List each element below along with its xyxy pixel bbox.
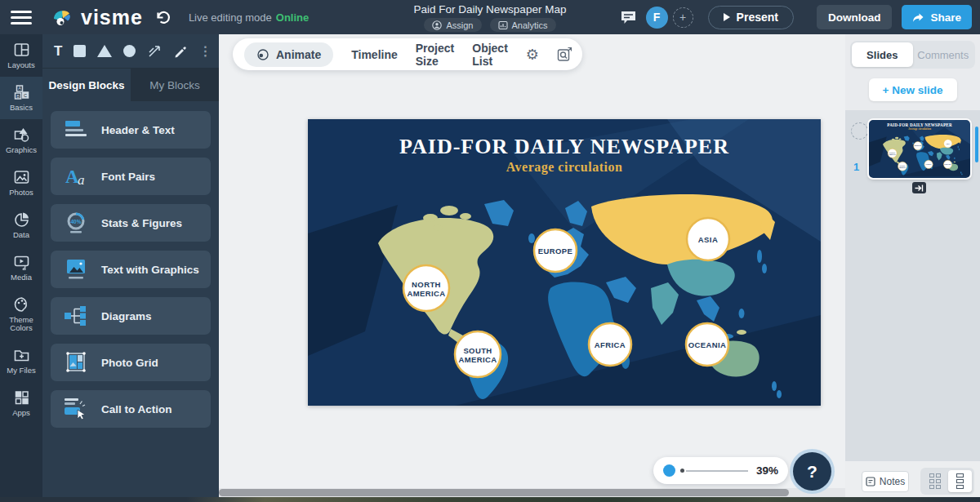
live-editing-status: Live editing modeOnline <box>189 11 309 24</box>
settings-gear-icon[interactable]: ⚙ <box>526 46 539 64</box>
object-list-button[interactable]: Object List <box>472 42 508 68</box>
square-shape-tool[interactable] <box>74 43 86 60</box>
right-panel-bottom-bar: Notes <box>845 461 980 502</box>
layouts-icon <box>13 42 30 58</box>
project-title[interactable]: Paid For Daily Newspaper Map <box>414 3 567 16</box>
graphics-icon <box>13 127 30 143</box>
timeline-button[interactable]: Timeline <box>351 48 398 61</box>
svg-text:A: A <box>18 86 21 91</box>
list-view-button[interactable] <box>948 470 972 492</box>
user-avatar[interactable]: F <box>646 7 668 29</box>
list-view-icon <box>956 473 964 489</box>
slide-canvas[interactable] <box>308 119 821 406</box>
sidebar-item-layouts[interactable]: Layouts <box>0 34 42 77</box>
tab-design-blocks[interactable]: Design Blocks <box>42 69 131 101</box>
sidebar-item-basics[interactable]: A B C Basics <box>0 77 42 119</box>
download-button[interactable]: Download <box>817 5 893 29</box>
design-blocks-panel: T ⋮ Design Blocks My Blocks Header & Tex… <box>42 34 219 502</box>
slide-number: 1 <box>853 161 859 173</box>
grid-view-icon <box>929 473 941 489</box>
media-icon <box>13 254 30 270</box>
svg-text:C: C <box>24 92 27 97</box>
line-arrow-tool[interactable] <box>147 43 162 60</box>
photo-grid-icon <box>51 350 101 375</box>
logo-text: visme <box>81 6 143 29</box>
play-icon <box>724 13 730 21</box>
zoom-slider-marker <box>680 469 684 473</box>
grid-view-button[interactable] <box>923 470 947 492</box>
add-collaborator-button[interactable]: + <box>673 7 693 28</box>
analytics-button[interactable]: Analytics <box>490 18 556 32</box>
project-size-button[interactable]: Project Size <box>416 42 454 68</box>
tab-slides[interactable]: Slides <box>852 42 913 67</box>
canvas-workspace[interactable]: Animate Timeline Project Size Object Lis… <box>219 34 845 502</box>
sidebar-item-apps[interactable]: Apps <box>0 382 42 424</box>
online-status: Online <box>276 11 309 24</box>
undo-icon[interactable] <box>154 11 171 24</box>
text-tool[interactable]: T <box>54 43 62 60</box>
horizontal-scrollbar-thumb[interactable] <box>219 489 789 496</box>
sidebar-item-media[interactable]: Media <box>0 247 42 289</box>
sidebar-item-graphics[interactable]: Graphics <box>0 119 42 162</box>
photos-icon <box>13 169 30 185</box>
tab-comments[interactable]: Comments <box>913 42 974 67</box>
block-photo-grid[interactable]: Photo Grid <box>51 344 211 381</box>
animate-icon <box>256 48 270 61</box>
pen-tool[interactable] <box>173 43 187 60</box>
zoom-percentage: 39% <box>756 464 778 477</box>
slide-thumbnail[interactable] <box>869 120 970 178</box>
preview-search-icon[interactable] <box>557 47 572 62</box>
panel-tabs: Design Blocks My Blocks <box>42 69 219 101</box>
analytics-chart-icon <box>498 20 508 30</box>
zoom-slider-handle[interactable] <box>663 464 675 477</box>
share-arrow-icon <box>912 12 924 23</box>
theme-colors-icon <box>13 296 30 313</box>
apps-icon <box>13 389 30 406</box>
block-call-to-action[interactable]: Call to Action <box>51 390 211 428</box>
block-font-pairs[interactable]: A a Font Pairs <box>51 158 211 195</box>
slide-loading-spinner-icon <box>851 122 868 140</box>
sidebar-item-my-files[interactable]: My Files <box>0 340 42 382</box>
horizontal-scrollbar[interactable] <box>219 488 845 497</box>
assign-button[interactable]: Assign <box>424 18 481 32</box>
diagrams-icon <box>51 304 101 328</box>
present-button[interactable]: Present <box>708 6 794 29</box>
zoom-slider-track[interactable] <box>686 470 748 472</box>
canvas-toolbar: Animate Timeline Project Size Object Lis… <box>233 38 582 70</box>
svg-text:a: a <box>78 172 85 188</box>
top-bar: visme Live editing modeOnline Paid For D… <box>0 0 980 34</box>
text-with-graphics-icon <box>51 257 101 282</box>
block-header-and-text[interactable]: Header & Text <box>51 111 211 149</box>
visme-logo[interactable]: visme <box>51 6 143 29</box>
comments-icon[interactable] <box>621 11 636 24</box>
assign-person-icon <box>432 20 442 30</box>
sidebar-item-theme-colors[interactable]: Theme Colors <box>0 289 42 340</box>
font-pairs-icon: A a <box>51 164 101 189</box>
shape-toolbar: T ⋮ <box>42 34 219 69</box>
animate-button[interactable]: Animate <box>244 42 333 67</box>
svg-text:40%: 40% <box>70 219 81 224</box>
data-icon <box>13 211 30 228</box>
block-diagrams[interactable]: Diagrams <box>51 297 211 335</box>
slide-view-toggle <box>920 468 974 495</box>
right-panel-tabs: Slides Comments <box>850 41 975 69</box>
block-stats-and-figures[interactable]: 40% Stats & Figures <box>51 204 211 242</box>
help-button[interactable]: ? <box>793 452 831 491</box>
new-slide-button[interactable]: + New slide <box>869 78 957 101</box>
tab-my-blocks[interactable]: My Blocks <box>131 69 219 101</box>
sidebar-item-photos[interactable]: Photos <box>0 162 42 204</box>
hamburger-menu-icon[interactable] <box>0 11 42 24</box>
notes-icon <box>866 477 875 486</box>
triangle-shape-tool[interactable] <box>97 43 112 60</box>
notes-button[interactable]: Notes <box>862 471 909 492</box>
slides-scrollbar[interactable] <box>975 127 978 162</box>
my-files-icon <box>13 347 30 363</box>
svg-text:B: B <box>16 93 20 98</box>
more-tools-menu-icon[interactable]: ⋮ <box>198 43 212 60</box>
slides-panel: Slides Comments + New slide 1 Notes <box>845 34 980 502</box>
slide-transition-icon[interactable] <box>912 182 926 193</box>
block-text-with-graphics[interactable]: Text with Graphics <box>51 251 211 288</box>
share-button[interactable]: Share <box>902 5 972 29</box>
sidebar-item-data[interactable]: Data <box>0 204 42 247</box>
circle-shape-tool[interactable] <box>123 43 136 60</box>
